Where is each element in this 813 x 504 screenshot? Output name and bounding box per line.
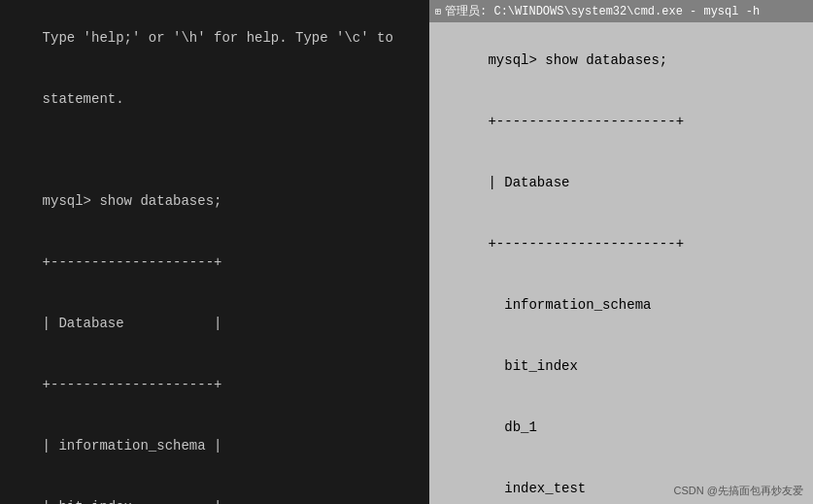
left-terminal: Type 'help;' or '\h' for help. Type '\c'…: [0, 0, 429, 504]
left-prompt1: mysql> show databases;: [43, 193, 222, 209]
left-row-1: | information_schema |: [43, 438, 222, 454]
intro-text2: statement.: [43, 91, 124, 107]
right-terminal: ⊞ 管理员: C:\WINDOWS\system32\cmd.exe - mys…: [429, 0, 813, 504]
right-terminal-content: mysql> show databases; +----------------…: [429, 22, 813, 504]
right-row-3: db_1: [488, 420, 536, 435]
right-row-2: bit_index: [488, 358, 577, 374]
right-table-sep: +----------------------+: [488, 236, 684, 252]
right-row-4: index_test: [488, 481, 586, 496]
right-terminal-text: mysql> show databases; +----------------…: [439, 30, 803, 504]
right-prompt1: mysql> show databases;: [488, 52, 667, 68]
intro-text: Type 'help;' or '\h' for help. Type '\c'…: [43, 30, 393, 46]
cmd-icon: ⊞: [435, 6, 441, 17]
left-table-top: +--------------------+: [43, 254, 222, 270]
right-titlebar: ⊞ 管理员: C:\WINDOWS\system32\cmd.exe - mys…: [429, 0, 813, 22]
right-table-header: | Database: [488, 175, 675, 190]
left-table-sep: +--------------------+: [43, 377, 222, 392]
left-table-header: | Database |: [43, 316, 222, 331]
titlebar-text: 管理员: C:\WINDOWS\system32\cmd.exe - mysql…: [445, 3, 760, 19]
left-row-2: | bit_index |: [43, 499, 222, 504]
watermark: CSDN @先搞面包再炒友爱: [674, 484, 803, 498]
right-row-1: information_schema: [488, 297, 651, 313]
right-table-top: +----------------------+: [488, 114, 684, 129]
left-terminal-content: Type 'help;' or '\h' for help. Type '\c'…: [10, 8, 420, 504]
